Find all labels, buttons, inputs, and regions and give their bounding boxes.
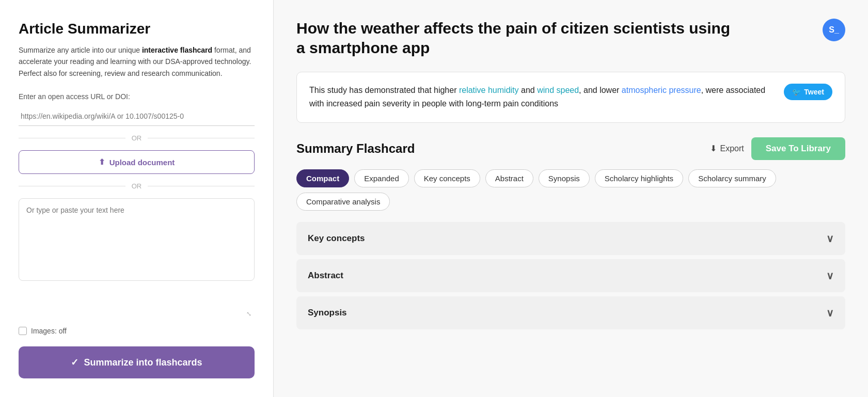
summary-text: This study has demonstrated that higher … (309, 84, 774, 111)
summarize-button[interactable]: ✓ Summarize into flashcards (19, 346, 255, 378)
twitter-icon: 🐦 (792, 88, 801, 96)
summary-box: This study has demonstrated that higher … (296, 72, 845, 123)
chevron-down-icon: ∨ (826, 307, 834, 319)
accordion-item-synopsis: Synopsis ∨ (296, 296, 845, 329)
textarea-wrap: ⤡ (19, 198, 255, 319)
summary-text-between1: and (519, 86, 538, 94)
images-label: Images: off (31, 327, 67, 335)
text-input[interactable] (19, 198, 255, 281)
tweet-label: Tweet (804, 88, 824, 96)
images-row: Images: off (19, 327, 255, 335)
chevron-down-icon: ∨ (826, 269, 834, 282)
accordion-item-abstract: Abstract ∨ (296, 259, 845, 292)
pills-row: CompactExpandedKey conceptsAbstractSynop… (296, 169, 845, 211)
pill-comparative-analysis[interactable]: Comparative analysis (296, 193, 390, 211)
app-description: Summarize any article into our unique in… (19, 44, 255, 79)
summarize-label: Summarize into flashcards (84, 357, 202, 368)
accordion-header[interactable]: Abstract ∨ (296, 259, 845, 292)
or-divider-2: OR (19, 182, 255, 190)
summary-link-pressure[interactable]: atmospheric pressure (622, 86, 701, 94)
upload-icon: ⬆ (99, 157, 105, 167)
pill-scholarcy-highlights[interactable]: Scholarcy highlights (595, 169, 683, 187)
images-checkbox[interactable] (19, 327, 27, 335)
pill-scholarcy-summary[interactable]: Scholarcy summary (688, 169, 776, 187)
accordions-container: Key concepts ∨ Abstract ∨ Synopsis ∨ (296, 222, 845, 329)
flashcard-title: Summary Flashcard (296, 141, 415, 156)
upload-label: Upload document (109, 158, 175, 167)
pill-key-concepts[interactable]: Key concepts (414, 169, 480, 187)
accordion-label: Synopsis (308, 308, 347, 318)
right-panel: How the weather affects the pain of citi… (274, 0, 868, 397)
or-divider-1: OR (19, 134, 255, 142)
description-bold: interactive flashcard (142, 46, 212, 54)
export-icon: ⬇ (710, 144, 717, 153)
pill-compact[interactable]: Compact (296, 169, 349, 187)
left-panel: Article Summarizer Summarize any article… (0, 0, 274, 397)
resize-handle-icon: ⤡ (246, 310, 252, 316)
url-label: Enter an open access URL or DOI: (19, 92, 255, 101)
export-button[interactable]: ⬇ Export (710, 144, 744, 153)
tweet-button[interactable]: 🐦 Tweet (784, 84, 832, 100)
accordion-header[interactable]: Key concepts ∨ (296, 222, 845, 255)
pill-synopsis[interactable]: Synopsis (539, 169, 590, 187)
accordion-label: Key concepts (308, 233, 365, 244)
pill-expanded[interactable]: Expanded (354, 169, 409, 187)
summary-text-before: This study has demonstrated that higher (309, 86, 459, 94)
accordion-label: Abstract (308, 271, 343, 281)
header-actions: ⬇ Export Save To Library (710, 137, 845, 160)
upload-button[interactable]: ⬆ Upload document (19, 150, 255, 174)
summary-link-humidity[interactable]: relative humidity (459, 86, 519, 94)
summary-text-between2: , and lower (579, 86, 622, 94)
url-input[interactable] (19, 107, 255, 126)
chevron-down-icon: ∨ (826, 232, 834, 245)
checkmark-icon: ✓ (71, 357, 78, 368)
accordion-header[interactable]: Synopsis ∨ (296, 296, 845, 329)
save-to-library-button[interactable]: Save To Library (751, 137, 845, 160)
flashcard-header: Summary Flashcard ⬇ Export Save To Libra… (296, 137, 845, 160)
article-header: How the weather affects the pain of citi… (296, 19, 845, 57)
article-title: How the weather affects the pain of citi… (296, 19, 740, 57)
pill-abstract[interactable]: Abstract (485, 169, 533, 187)
avatar[interactable]: S_ (823, 19, 845, 41)
summary-link-wind[interactable]: wind speed (537, 86, 579, 94)
description-start: Summarize any article into our unique (19, 46, 142, 54)
export-label: Export (720, 144, 744, 153)
accordion-item-key-concepts: Key concepts ∨ (296, 222, 845, 255)
app-title: Article Summarizer (19, 21, 255, 37)
